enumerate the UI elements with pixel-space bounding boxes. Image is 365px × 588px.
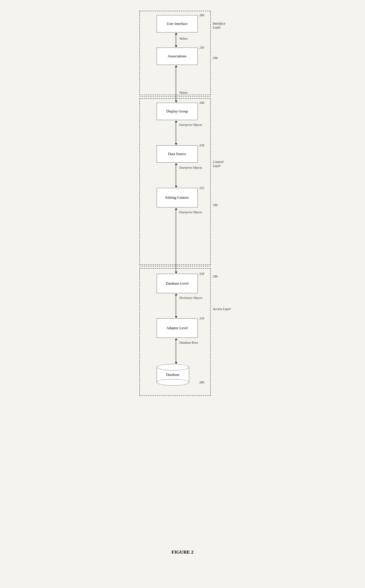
adaptor-level-label: Adaptor Level [166,326,188,330]
arrow-up-to-dg [175,121,177,122]
arrow-line-dg-ds [176,122,176,144]
arrow-down-to-db [175,362,177,364]
database-ref: 200 [199,381,204,384]
arrow-line-ui-assoc [176,34,176,46]
eo-label-2: Enterprise Objects [179,166,202,170]
diagram: Interface Layer Control Layer 280 Access… [133,9,232,538]
arrow-line-ds-ec [176,165,176,186]
arrow-up-to-ec [175,208,177,210]
access-layer-label: Access Layer [213,307,231,311]
arrow-up-to-assoc-2 [175,65,177,67]
values-label-2: Values [179,91,188,94]
database-level-label: Database Level [166,281,189,286]
display-group-ref: 240 [199,101,204,105]
arrow-line-ec-dbl [176,209,176,272]
arrow-up-to-ui [175,33,177,35]
arrow-up-to-al [175,338,177,340]
data-source-box: Data Source [157,145,198,163]
dict-obj-label: Dictionary Objects [179,296,203,300]
arrow-up-to-dbl [175,294,177,295]
layer-divider-2 [139,266,211,266]
user-interface-label: User Interface [167,22,188,26]
arrow-line-assoc-dg [176,67,176,101]
interface-layer-ref: 290 [213,56,218,60]
arrow-down-to-al [175,316,177,318]
data-source-ref: 230 [199,143,204,147]
adaptor-level-box: Adaptor Level [157,318,198,338]
database-label: Database [166,373,179,377]
cyl-bottom [157,379,189,386]
adaptor-level-ref: 210 [199,317,204,320]
arrow-down-to-dg [175,100,177,102]
display-group-label: Display Group [166,109,188,114]
access-layer-ref: 290 [213,275,218,278]
db-rows-label: Database Rows [179,341,198,344]
associations-label: Associations [168,54,187,58]
arrow-down-to-ds [175,143,177,145]
arrow-down-to-assoc [175,45,177,47]
display-group-box: Display Group [157,103,198,120]
arrow-down-to-dbl [175,272,177,273]
cyl-top [157,364,189,370]
values-label-1: Values [179,37,188,40]
database-level-ref: 220 [199,272,204,276]
eo-label-3: Enterprise Objects [179,211,202,214]
arrow-down-to-ec [175,186,177,188]
control-layer-ref: 280 [213,203,218,207]
arrow-line-dbl-al [176,295,176,317]
database-level-box: Database Level [157,274,198,293]
arrow-up-to-ds [175,163,177,165]
layer-divider-1 [139,96,211,97]
interface-layer-label: Interface Layer [213,22,232,29]
user-interface-ref: 260 [199,14,204,17]
database-cylinder: Database [157,364,189,386]
page: Interface Layer Control Layer 280 Access… [126,9,239,555]
associations-ref: 250 [199,46,204,50]
figure-caption: FIGURE 2 [171,549,193,555]
eo-label-1: Enterprise Objects [179,123,202,127]
arrow-line-al-db [176,340,176,363]
control-layer-label: Control Layer [213,160,232,168]
editing-context-label: Editing Context [165,195,189,200]
data-source-label: Data Source [168,152,186,156]
editing-context-ref: 225 [199,186,204,190]
associations-box: Associations [157,48,198,65]
user-interface-box: User Interface [157,15,198,32]
editing-context-box: Editing Context [157,188,198,207]
